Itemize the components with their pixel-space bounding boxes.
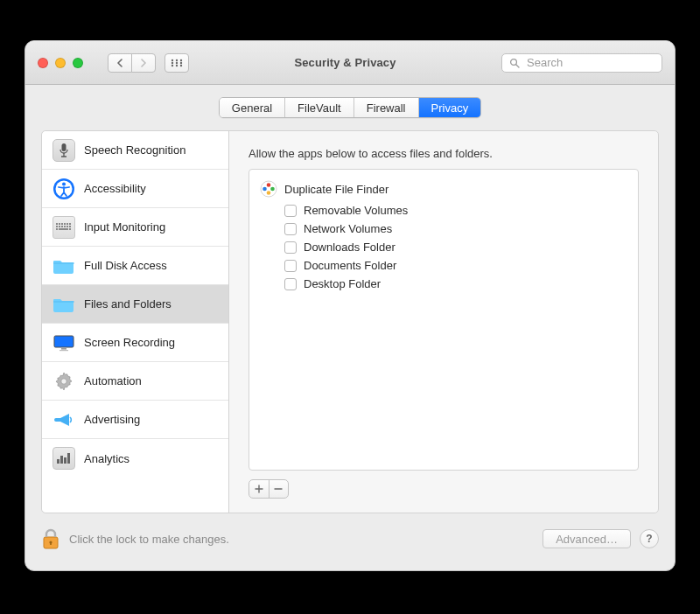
tab-general[interactable]: General [220, 98, 285, 117]
app-row[interactable]: Duplicate File Finder [249, 177, 638, 201]
permission-row[interactable]: Network Volumes [249, 220, 638, 238]
privacy-sidebar: Speech Recognition Accessibility [42, 131, 229, 513]
permission-row[interactable]: Desktop Folder [249, 275, 638, 293]
search-icon [509, 58, 520, 68]
svg-point-4 [176, 61, 178, 63]
svg-rect-47 [50, 542, 52, 545]
tab-filevault[interactable]: FileVault [285, 98, 354, 117]
permission-row[interactable]: Removable Volumes [249, 201, 638, 220]
sidebar-item-input-monitoring[interactable]: Input Monitoring [42, 208, 228, 247]
display-icon [52, 331, 75, 354]
svg-rect-33 [61, 348, 66, 350]
lock-text: Click the lock to make changes. [69, 533, 534, 546]
svg-point-41 [267, 183, 271, 187]
svg-point-16 [62, 182, 66, 185]
zoom-window-button[interactable] [73, 58, 83, 68]
permission-label: Desktop Folder [304, 277, 381, 290]
content-heading: Allow the apps below to access files and… [248, 147, 639, 160]
svg-rect-28 [69, 226, 71, 227]
permission-label: Downloads Folder [304, 241, 396, 254]
tab-label: FileVault [298, 101, 341, 115]
svg-line-10 [516, 65, 519, 67]
plus-icon [255, 485, 263, 493]
permission-row[interactable]: Downloads Folder [249, 238, 638, 256]
permission-label: Network Volumes [304, 222, 392, 235]
back-button[interactable] [108, 53, 132, 73]
lock-icon[interactable] [41, 527, 60, 550]
segmented-tabs: General FileVault Firewall Privacy [219, 97, 481, 118]
gear-icon [52, 370, 75, 393]
svg-rect-30 [59, 228, 68, 230]
tab-strip: General FileVault Firewall Privacy [25, 85, 675, 127]
sidebar-item-label: Full Disk Access [84, 259, 167, 272]
footer: Click the lock to make changes. Advanced… [25, 513, 675, 550]
tab-label: General [232, 101, 272, 115]
sidebar-item-full-disk-access[interactable]: Full Disk Access [42, 247, 228, 285]
sidebar-item-label: Screen Recording [84, 336, 175, 349]
chevron-right-icon [140, 59, 147, 67]
megaphone-icon [52, 408, 75, 431]
svg-rect-34 [60, 350, 68, 351]
tab-label: Privacy [431, 101, 469, 115]
close-window-button[interactable] [38, 58, 48, 68]
svg-point-43 [267, 191, 271, 195]
checkbox[interactable] [284, 241, 297, 254]
sidebar-item-screen-recording[interactable]: Screen Recording [42, 324, 228, 362]
add-remove-control [248, 479, 289, 499]
search-field[interactable] [501, 53, 662, 73]
svg-rect-11 [62, 143, 66, 151]
sidebar-item-label: Files and Folders [84, 297, 172, 310]
traffic-lights [38, 58, 83, 68]
show-all-button[interactable] [164, 53, 189, 73]
svg-rect-32 [54, 336, 74, 347]
svg-point-44 [262, 187, 267, 192]
app-list[interactable]: Duplicate File Finder Removable Volumes … [248, 169, 639, 471]
microphone-icon [52, 139, 75, 162]
grid-icon [171, 59, 183, 67]
tab-privacy[interactable]: Privacy [419, 98, 481, 117]
accessibility-icon [52, 178, 75, 200]
svg-rect-26 [64, 226, 66, 227]
tab-label: Firewall [367, 101, 406, 115]
permission-row[interactable]: Documents Folder [249, 256, 638, 275]
svg-rect-27 [66, 226, 68, 227]
search-input[interactable] [525, 55, 654, 70]
svg-rect-29 [56, 228, 58, 230]
sidebar-item-label: Speech Recognition [84, 143, 186, 157]
sidebar-item-files-and-folders[interactable]: Files and Folders [42, 285, 228, 324]
svg-rect-24 [59, 226, 60, 227]
permission-label: Removable Volumes [304, 204, 408, 217]
svg-rect-23 [56, 226, 58, 227]
sidebar-item-speech-recognition[interactable]: Speech Recognition [42, 131, 228, 170]
sidebar-item-label: Automation [84, 374, 142, 387]
svg-point-35 [61, 378, 66, 383]
checkbox[interactable] [284, 223, 297, 235]
checkbox[interactable] [284, 278, 297, 290]
help-button[interactable]: ? [640, 529, 659, 548]
sidebar-item-accessibility[interactable]: Accessibility [42, 170, 228, 208]
svg-rect-38 [64, 457, 66, 464]
window-title: Security & Privacy [198, 56, 493, 69]
sidebar-item-analytics[interactable]: Analytics [42, 439, 228, 478]
checkbox[interactable] [284, 205, 297, 217]
sidebar-item-label: Advertising [84, 413, 140, 426]
svg-rect-36 [57, 459, 60, 464]
sidebar-item-label: Analytics [84, 452, 130, 465]
advanced-button[interactable]: Advanced… [542, 529, 631, 548]
svg-point-9 [511, 59, 517, 65]
sidebar-item-advertising[interactable]: Advertising [42, 401, 228, 439]
svg-point-7 [176, 64, 178, 66]
remove-button[interactable] [269, 480, 289, 498]
svg-rect-39 [67, 453, 70, 464]
tab-firewall[interactable]: Firewall [354, 98, 419, 117]
forward-button[interactable] [131, 53, 156, 73]
add-button[interactable] [249, 480, 269, 498]
privacy-panel: Speech Recognition Accessibility [41, 130, 659, 513]
checkbox[interactable] [284, 260, 297, 272]
sidebar-item-automation[interactable]: Automation [42, 362, 228, 401]
svg-rect-17 [56, 223, 58, 225]
svg-point-5 [180, 61, 182, 63]
app-name: Duplicate File Finder [284, 183, 388, 196]
minimize-window-button[interactable] [55, 58, 66, 68]
advanced-button-label: Advanced… [556, 533, 618, 546]
